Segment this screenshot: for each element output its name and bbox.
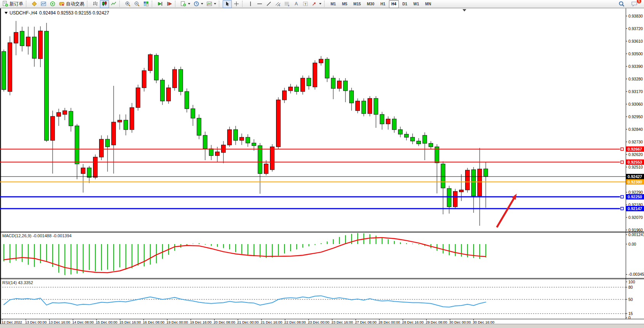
new-chart-button[interactable] xyxy=(179,0,192,8)
price-tick-label: 0.93060 xyxy=(628,102,643,106)
new-chart-icon xyxy=(180,1,186,7)
candle xyxy=(386,119,390,124)
zoom-out-button[interactable] xyxy=(132,0,141,8)
toolbar-separator xyxy=(87,1,90,7)
crosshair-button[interactable] xyxy=(232,0,241,8)
candle xyxy=(276,100,281,147)
search-icon xyxy=(618,1,625,7)
chart-canvas[interactable]: 0.938300.937200.936100.935000.933900.932… xyxy=(0,8,644,328)
timeframe-M5[interactable]: M5 xyxy=(339,0,350,8)
timeframe-H4[interactable]: H4 xyxy=(389,0,399,8)
text-button[interactable]: A xyxy=(292,0,301,8)
timeframe-D1[interactable]: D1 xyxy=(400,0,410,8)
price-tick-label: 0.93830 xyxy=(628,14,643,18)
candle xyxy=(228,130,232,145)
candle xyxy=(319,59,323,63)
candle xyxy=(295,87,299,92)
candle xyxy=(130,108,134,130)
candle xyxy=(185,92,189,109)
new-order-icon xyxy=(2,1,8,7)
price-badge: 0.92250 xyxy=(628,195,642,199)
candle xyxy=(252,143,256,146)
toolbar-separator xyxy=(242,1,245,7)
timeframe-M1[interactable]: M1 xyxy=(328,0,339,8)
market-watch-button[interactable] xyxy=(30,0,39,8)
candle xyxy=(148,55,153,71)
time-axis-label: 19 Dec 16:00 xyxy=(190,320,212,324)
candle xyxy=(167,88,171,101)
zoom-out-icon xyxy=(134,1,140,7)
time-axis-label: 16 Dec 08:00 xyxy=(143,320,165,324)
time-axis-label: 13 Dec 00:00 xyxy=(25,320,47,324)
candle xyxy=(118,120,122,122)
bar-chart-button[interactable] xyxy=(91,0,100,8)
candle xyxy=(405,134,409,137)
candle xyxy=(14,32,18,43)
time-axis-label: 28 Dec 16:00 xyxy=(402,320,424,324)
rsi-axis-label: 100 xyxy=(628,280,635,284)
candle xyxy=(478,169,482,196)
time-axis-label: 21 Dec 00:00 xyxy=(237,320,259,324)
line-chart-button[interactable] xyxy=(109,0,118,8)
market-watch-icon xyxy=(31,1,37,7)
chart-menu-arrow-icon xyxy=(5,12,8,14)
candle xyxy=(270,147,275,170)
dropdown-caret-icon xyxy=(201,3,203,5)
new-order-button[interactable]: 新订单 xyxy=(1,0,25,8)
periods-button[interactable] xyxy=(192,0,205,8)
chart-shift-button[interactable] xyxy=(165,0,174,8)
label-button[interactable]: T xyxy=(301,0,310,8)
new-order-label: 新订单 xyxy=(10,1,23,7)
candle xyxy=(258,146,262,174)
candle xyxy=(392,119,397,130)
arrows-button[interactable] xyxy=(310,0,323,8)
chat-button[interactable]: 1 xyxy=(630,0,639,8)
signal-icon xyxy=(50,1,56,7)
candle xyxy=(112,122,116,145)
vertical-line-icon xyxy=(247,1,254,7)
search-button[interactable] xyxy=(617,0,626,8)
candle xyxy=(124,120,128,130)
timeframe-MN[interactable]: MN xyxy=(422,0,434,8)
trendline-button[interactable] xyxy=(264,0,273,8)
vertical-line-button[interactable] xyxy=(246,0,255,8)
candle xyxy=(234,130,238,140)
candle xyxy=(57,113,61,116)
candle xyxy=(374,98,378,114)
svg-text:E: E xyxy=(279,4,280,6)
zoom-in-button[interactable] xyxy=(123,0,132,8)
auto-scroll-icon xyxy=(157,1,163,7)
candle xyxy=(51,116,55,140)
channel-icon: E xyxy=(275,1,281,7)
charts-window-button[interactable] xyxy=(39,0,48,8)
toolbar-separator xyxy=(324,1,327,7)
timeframe-M15[interactable]: M15 xyxy=(351,0,363,8)
candle xyxy=(20,31,24,46)
signal-button[interactable] xyxy=(48,0,57,8)
fibonacci-button[interactable]: F xyxy=(283,0,292,8)
timeframe-H1[interactable]: H1 xyxy=(378,0,388,8)
candle xyxy=(203,135,207,149)
candle xyxy=(325,59,329,78)
candle xyxy=(93,157,98,177)
time-axis-label: 21 Dec 16:00 xyxy=(261,320,283,324)
time-axis-label: 27 Dec 08:00 xyxy=(355,320,377,324)
auto-scroll-button[interactable] xyxy=(156,0,165,8)
timeframe-W1[interactable]: W1 xyxy=(411,0,422,8)
tile-windows-button[interactable] xyxy=(141,0,151,8)
channel-button[interactable]: E xyxy=(273,0,283,8)
candlestick-chart-button[interactable] xyxy=(100,0,109,8)
macd-axis-label: 0.00 xyxy=(628,242,636,246)
cursor-button[interactable] xyxy=(223,0,232,8)
timeframe-M30[interactable]: M30 xyxy=(364,0,377,8)
candle xyxy=(453,191,458,207)
candle xyxy=(209,149,214,156)
templates-button[interactable] xyxy=(205,0,218,8)
clock-icon xyxy=(193,1,199,7)
horizontal-line-button[interactable] xyxy=(255,0,264,8)
candle xyxy=(45,31,49,140)
templates-icon xyxy=(206,1,212,7)
autotrade-button[interactable]: 自动交易 xyxy=(57,0,86,8)
time-axis-label: 15 Dec 00:00 xyxy=(96,320,117,324)
candle xyxy=(459,190,464,192)
